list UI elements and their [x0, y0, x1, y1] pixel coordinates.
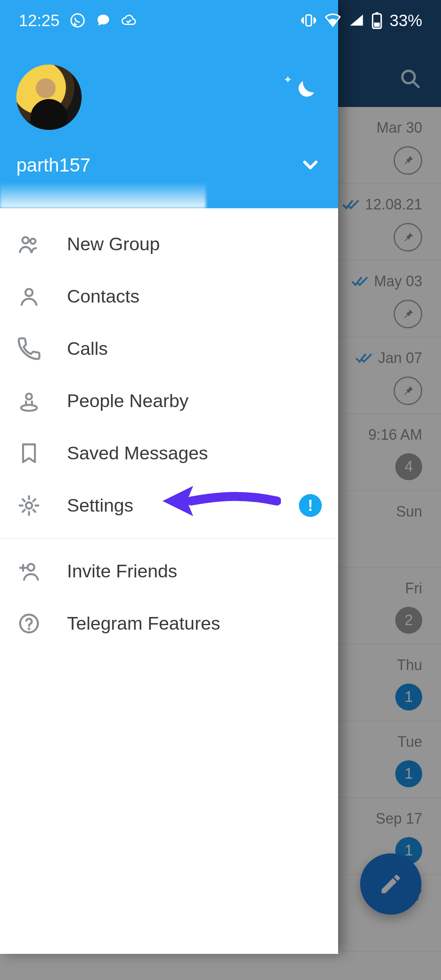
- svg-point-3: [30, 238, 36, 244]
- svg-point-4: [25, 289, 32, 296]
- group-icon: [16, 232, 42, 256]
- phone-icon: [16, 337, 42, 361]
- battery-icon: [372, 12, 382, 29]
- menu-telegram-features[interactable]: Telegram Features: [0, 597, 338, 650]
- wifi-icon: [324, 12, 341, 29]
- svg-point-2: [22, 237, 29, 243]
- svg-rect-14: [375, 12, 378, 14]
- avatar[interactable]: [16, 65, 82, 130]
- signal-icon: [349, 13, 364, 28]
- status-bar: 12:25 33%: [0, 0, 441, 41]
- svg-point-5: [26, 394, 32, 400]
- account-switcher[interactable]: parth157: [16, 154, 322, 176]
- menu-label: Saved Messages: [67, 443, 208, 464]
- menu-label: Telegram Features: [67, 613, 220, 634]
- svg-point-11: [71, 14, 84, 27]
- menu-settings[interactable]: Settings !: [0, 479, 338, 532]
- settings-alert-badge: !: [299, 494, 322, 517]
- navigation-drawer: ✦ parth157 New Group Contacts Calls: [0, 0, 338, 954]
- svg-rect-15: [374, 22, 380, 27]
- invite-icon: [16, 559, 42, 583]
- svg-point-7: [26, 502, 32, 508]
- gear-icon: [16, 494, 42, 517]
- chat-bubble-icon: [96, 13, 111, 28]
- person-icon: [16, 285, 42, 308]
- menu-label: People Nearby: [67, 390, 189, 412]
- theme-toggle[interactable]: ✦: [290, 78, 318, 107]
- sparkle-icon: ✦: [283, 74, 292, 86]
- vibrate-icon: [301, 12, 317, 29]
- battery-percent: 33%: [390, 11, 422, 30]
- people-nearby-icon: [16, 389, 42, 413]
- drawer-menu: New Group Contacts Calls People Nearby S: [0, 208, 338, 954]
- whatsapp-icon: [69, 12, 86, 29]
- moon-icon: [290, 78, 318, 105]
- svg-rect-12: [306, 15, 311, 26]
- username-label: parth157: [16, 154, 91, 176]
- menu-people-nearby[interactable]: People Nearby: [0, 375, 338, 427]
- help-icon: [16, 612, 42, 635]
- svg-point-8: [28, 564, 34, 570]
- menu-label: New Group: [67, 234, 160, 255]
- menu-new-group[interactable]: New Group: [0, 218, 338, 270]
- menu-saved-messages[interactable]: Saved Messages: [0, 427, 338, 479]
- menu-label: Calls: [67, 338, 108, 359]
- menu-invite-friends[interactable]: Invite Friends: [0, 545, 338, 597]
- menu-contacts[interactable]: Contacts: [0, 270, 338, 323]
- menu-calls[interactable]: Calls: [0, 323, 338, 375]
- menu-label: Settings: [67, 495, 134, 516]
- menu-label: Contacts: [67, 286, 140, 307]
- redacted-phone: [0, 182, 206, 208]
- status-time: 12:25: [19, 11, 60, 30]
- svg-point-6: [21, 405, 37, 411]
- menu-divider: [0, 538, 338, 539]
- cloud-check-icon: [121, 13, 136, 28]
- menu-label: Invite Friends: [67, 561, 177, 582]
- svg-point-10: [29, 628, 29, 629]
- bookmark-icon: [16, 441, 42, 465]
- chevron-down-icon: [299, 154, 322, 176]
